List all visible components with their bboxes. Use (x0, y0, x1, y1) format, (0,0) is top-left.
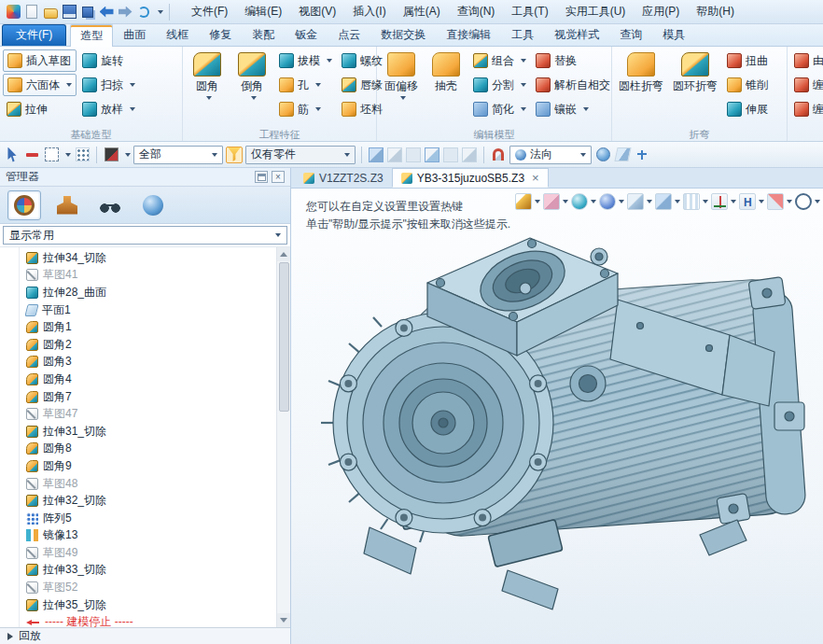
regen-icon[interactable] (135, 4, 152, 21)
document-tab[interactable]: V1ZZT2S.Z3 × (295, 168, 392, 188)
chamfer-button[interactable]: 倒角 (230, 49, 273, 100)
ribbon-tab[interactable]: 装配 (242, 23, 285, 46)
menu-item[interactable]: 实用工具(U) (557, 0, 635, 23)
color-filter-caret-icon[interactable] (125, 153, 131, 157)
toolbar-options-caret-icon[interactable] (158, 10, 163, 14)
normal-to-face-icon[interactable] (594, 147, 611, 163)
hole-button[interactable]: 孔 (275, 73, 336, 97)
deselect-minus-icon[interactable] (23, 147, 40, 163)
file-menu-button[interactable]: 文件(F) (2, 24, 66, 46)
replay-section[interactable]: 回放 (0, 627, 290, 644)
tree-item[interactable]: 草图47 (4, 405, 276, 423)
close-panel-button[interactable]: × (272, 171, 285, 183)
taper-button[interactable]: 锥削 (723, 73, 772, 97)
twist-button[interactable]: 扭曲 (723, 49, 772, 73)
tree-item[interactable]: 镜像13 (4, 527, 276, 545)
entity-filter-select[interactable]: 全部 (133, 146, 223, 164)
menu-item[interactable]: 应用(P) (634, 0, 688, 23)
tree-item[interactable]: 圆角4 (4, 371, 276, 388)
scroll-up-arrow-icon[interactable] (277, 247, 290, 261)
partial-ribbon-button[interactable]: 由线 (790, 49, 823, 73)
loft-button[interactable]: 放样 (78, 97, 139, 121)
ribbon-tab[interactable]: 查询 (609, 23, 652, 46)
history-manager-tab[interactable] (7, 190, 41, 220)
menu-item[interactable]: 工具(T) (503, 0, 556, 23)
ribbon-tab[interactable]: 模具 (652, 23, 695, 46)
ribbon-tab[interactable]: 工具 (501, 23, 544, 46)
align-plane-icon[interactable] (614, 147, 631, 163)
tree-item[interactable]: 拉伸31_切除 (4, 423, 276, 441)
rib-button[interactable]: 筋 (275, 97, 336, 121)
heal-self-intersection-button[interactable]: 解析自相交 (532, 73, 614, 97)
divide-button[interactable]: 分割 (469, 73, 530, 97)
menu-item[interactable]: 属性(A) (395, 0, 449, 23)
select-cursor-icon[interactable] (4, 147, 21, 163)
add-view-icon[interactable] (634, 147, 650, 163)
cylindrical-bend-button[interactable]: 圆柱折弯 (615, 49, 667, 94)
tree-item[interactable]: 阵列5 (4, 510, 276, 527)
revolve-button[interactable]: 旋转 (78, 49, 139, 73)
layer-manager-tab[interactable] (50, 190, 84, 220)
box-button[interactable]: 六面体 (3, 74, 77, 96)
tree-item[interactable]: 圆角8 (4, 441, 276, 458)
viewport[interactable]: V1ZZT2S.Z3 × YB3-315juzuoSB5.Z3 × (291, 168, 823, 644)
tree-item[interactable]: 圆角9 (4, 457, 276, 475)
ribbon-tab[interactable]: 数据交换 (370, 23, 436, 46)
pick-box-icon[interactable] (43, 147, 60, 163)
menu-item[interactable]: 查询(N) (449, 0, 504, 23)
ribbon-tab[interactable]: 修复 (199, 23, 242, 46)
hidden-line-icon[interactable] (405, 147, 422, 163)
ribbon-tab[interactable]: 曲面 (113, 23, 156, 46)
insert-sketch-button[interactable]: 插入草图 (3, 49, 77, 72)
tree-item[interactable]: 草图48 (4, 475, 276, 493)
sweep-button[interactable]: 扫掠 (78, 73, 139, 97)
tree-item[interactable]: 拉伸33_切除 (4, 562, 276, 580)
snap-magnet-icon[interactable] (490, 147, 507, 163)
partial-ribbon-button[interactable]: 缠绕 (790, 73, 823, 97)
ribbon-tab[interactable]: 视觉样式 (544, 23, 609, 46)
app-logo[interactable] (5, 4, 21, 21)
tree-item[interactable]: 草图41 (4, 267, 276, 285)
visual-manager-tab[interactable] (93, 190, 127, 220)
filter-icon[interactable] (226, 147, 243, 163)
open-folder-icon[interactable] (42, 4, 59, 21)
menu-item[interactable]: 视图(V) (290, 0, 344, 23)
transparent-display-icon[interactable] (424, 147, 440, 163)
document-tab[interactable]: YB3-315juzuoSB5.Z3 × (392, 168, 549, 188)
partial-ribbon-button[interactable]: 缠绕 (790, 97, 823, 121)
tree-item[interactable]: 草图49 (4, 544, 276, 562)
redo-icon[interactable] (117, 4, 133, 21)
ribbon-tab[interactable]: 点云 (328, 23, 370, 46)
tree-item[interactable]: 拉伸35_切除 (4, 596, 276, 614)
stretch-button[interactable]: 伸展 (723, 97, 772, 121)
inlay-button[interactable]: 镶嵌 (532, 97, 614, 121)
menu-item[interactable]: 帮助(H) (688, 0, 743, 23)
extrude-button[interactable]: 拉伸 (3, 97, 77, 121)
tree-item[interactable]: 平面1 (4, 301, 276, 319)
ribbon-tab[interactable]: 线框 (156, 23, 199, 46)
scrollbar-thumb[interactable] (279, 262, 289, 412)
view-manager-tab[interactable] (136, 190, 170, 220)
section-display-icon[interactable] (442, 147, 459, 163)
new-file-icon[interactable] (23, 4, 40, 21)
replace-button[interactable]: 替换 (532, 49, 614, 73)
ribbon-tab[interactable]: 钣金 (285, 23, 328, 46)
tree-filter-select[interactable]: 显示常用 (3, 226, 287, 245)
draft-button[interactable]: 拔模 (275, 49, 336, 73)
scope-filter-select[interactable]: 仅有零件 (245, 146, 356, 164)
ribbon-tab[interactable]: 直接编辑 (436, 23, 501, 46)
tree-item[interactable]: 圆角3 (4, 354, 276, 371)
tree-item[interactable]: 拉伸32_切除 (4, 492, 276, 510)
close-tab-icon[interactable]: × (532, 172, 539, 184)
combine-button[interactable]: 组合 (469, 49, 530, 73)
ribbon-tab[interactable]: 造型 (70, 24, 113, 47)
normal-direction-select[interactable]: 法向 (509, 146, 592, 164)
tree-item[interactable]: 圆角7 (4, 388, 276, 406)
pick-last-icon[interactable] (74, 147, 91, 163)
save-all-icon[interactable] (79, 4, 96, 21)
pick-box-caret-icon[interactable] (65, 153, 71, 157)
dock-panel-button[interactable] (255, 171, 268, 183)
fillet-button[interactable]: 圆角 (186, 49, 229, 100)
wireframe-display-icon[interactable] (386, 147, 403, 163)
tree-item[interactable]: 拉伸34_切除 (4, 249, 276, 267)
